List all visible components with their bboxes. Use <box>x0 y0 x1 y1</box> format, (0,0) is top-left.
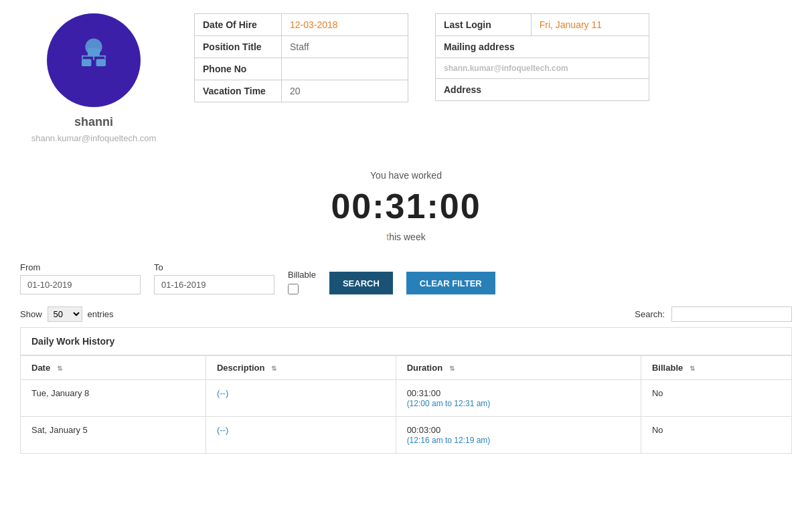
employee-info-table: Date Of Hire 12-03-2018 Position Title S… <box>194 13 408 102</box>
svg-rect-5 <box>82 56 83 59</box>
col-description-label: Description <box>217 363 265 373</box>
table-header-row: Date ⇅ Description ⇅ Duration ⇅ Billable… <box>21 355 792 380</box>
daily-work-table: Daily Work History Date ⇅ Description ⇅ … <box>20 327 792 454</box>
svg-rect-1 <box>82 59 91 66</box>
search-label: Search: <box>635 309 665 319</box>
table-row: Sat, January 5 (--) 00:03:00 (12:16 am t… <box>21 417 792 454</box>
svg-rect-2 <box>96 59 106 66</box>
label-date-of-hire: Date Of Hire <box>195 14 282 36</box>
table-row: Position Title Staff <box>195 36 408 58</box>
value-last-login: Fri, January 11 <box>531 14 649 36</box>
duration-detail: (12:00 am to 12:31 am) <box>407 399 491 408</box>
search-area: Search: <box>635 306 792 322</box>
table-row: Vacation Time 20 <box>195 80 408 102</box>
value-vacation-time: 20 <box>282 80 408 102</box>
label-position-title: Position Title <box>195 36 282 58</box>
profile-section: shanni shann.kumar@infoqueltech.com <box>20 13 167 143</box>
value-mailing-address: shann.kumar@infoqueltech.com <box>436 58 649 79</box>
sort-arrows-description[interactable]: ⇅ <box>271 365 276 372</box>
cell-duration: 00:03:00 (12:16 am to 12:19 am) <box>396 417 641 454</box>
value-date-of-hire: 12-03-2018 <box>282 14 408 36</box>
col-billable: Billable ⇅ <box>641 355 791 380</box>
label-mailing-address: Mailing address <box>436 36 649 58</box>
col-date: Date ⇅ <box>21 355 206 380</box>
billable-checkbox[interactable] <box>288 284 299 294</box>
cell-description: (--) <box>206 417 396 454</box>
svg-rect-6 <box>104 56 106 59</box>
table-row: shann.kumar@infoqueltech.com <box>436 58 649 79</box>
table-row: Phone No <box>195 58 408 80</box>
to-group: To <box>154 262 274 294</box>
cell-date: Tue, January 8 <box>21 380 206 417</box>
week-highlight: t <box>386 232 389 242</box>
clear-filter-button[interactable]: CLEAR FILTER <box>406 272 495 294</box>
sort-arrows-billable[interactable]: ⇅ <box>689 365 695 372</box>
duration-value: 00:31:00 <box>407 388 441 398</box>
table-row: Last Login Fri, January 11 <box>436 14 649 36</box>
profile-name: shanni <box>74 115 113 129</box>
table-row: Mailing address <box>436 36 649 58</box>
table-row: Date Of Hire 12-03-2018 <box>195 14 408 36</box>
data-table-wrapper: Daily Work History Date ⇅ Description ⇅ … <box>0 327 812 474</box>
filter-section: From To Billable SEARCH CLEAR FILTER <box>0 249 812 301</box>
label-address: Address <box>436 79 649 101</box>
description-link[interactable]: (--) <box>217 388 228 398</box>
billable-label: Billable <box>288 270 316 280</box>
from-group: From <box>20 262 141 294</box>
show-label: Show <box>20 309 42 319</box>
show-entries: Show 50 25 10 100 entries <box>20 306 114 322</box>
from-input[interactable] <box>20 275 141 294</box>
svg-rect-7 <box>88 48 100 56</box>
value-position-title: Staff <box>282 36 408 58</box>
info-tables: Date Of Hire 12-03-2018 Position Title S… <box>194 13 792 143</box>
label-phone-no: Phone No <box>195 58 282 80</box>
cell-billable: No <box>641 417 791 454</box>
entries-label: entries <box>88 309 114 319</box>
worked-time: 00:31:00 <box>0 186 812 226</box>
cell-billable: No <box>641 380 791 417</box>
table-section-title: Daily Work History <box>21 328 792 356</box>
col-date-label: Date <box>31 363 50 373</box>
worked-week: this week <box>0 232 812 242</box>
worked-section: You have worked 00:31:00 this week <box>0 157 812 249</box>
to-label: To <box>154 262 274 272</box>
col-description: Description ⇅ <box>206 355 396 380</box>
duration-detail: (12:16 am to 12:19 am) <box>407 436 491 445</box>
table-row: Tue, January 8 (--) 00:31:00 (12:00 am t… <box>21 380 792 417</box>
table-row: Address <box>436 79 649 101</box>
value-phone-no <box>282 58 408 80</box>
avatar <box>47 13 141 107</box>
col-duration: Duration ⇅ <box>396 355 641 380</box>
sort-arrows-date[interactable]: ⇅ <box>57 365 62 372</box>
login-info-table: Last Login Fri, January 11 Mailing addre… <box>435 13 649 101</box>
label-vacation-time: Vacation Time <box>195 80 282 102</box>
col-billable-label: Billable <box>652 363 683 373</box>
cell-description: (--) <box>206 380 396 417</box>
search-button[interactable]: SEARCH <box>329 272 393 294</box>
cell-duration: 00:31:00 (12:00 am to 12:31 am) <box>396 380 641 417</box>
sort-arrows-duration[interactable]: ⇅ <box>449 365 455 372</box>
worked-label: You have worked <box>0 170 812 181</box>
description-link[interactable]: (--) <box>217 425 228 435</box>
label-last-login: Last Login <box>436 14 532 36</box>
duration-value: 00:03:00 <box>407 425 441 435</box>
table-search-input[interactable] <box>671 306 792 322</box>
from-label: From <box>20 262 141 272</box>
cell-date: Sat, January 5 <box>21 417 206 454</box>
billable-group: Billable <box>288 270 316 294</box>
profile-email: shann.kumar@infoqueltech.com <box>31 133 157 143</box>
entries-select[interactable]: 50 25 10 100 <box>48 306 82 322</box>
table-controls: Show 50 25 10 100 entries Search: <box>0 301 812 327</box>
col-duration-label: Duration <box>407 363 442 373</box>
to-input[interactable] <box>154 275 274 294</box>
